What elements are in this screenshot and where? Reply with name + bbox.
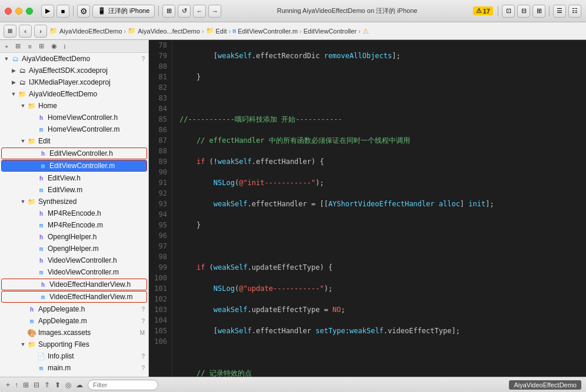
- nav-next[interactable]: ›: [34, 25, 47, 38]
- folder-icon-home: 📁: [27, 101, 36, 110]
- breadcrumb-project[interactable]: 📁 AiyaVideoEffectDemo: [49, 27, 122, 35]
- sidebar-item-editvc-m[interactable]: m EditViewController.m: [2, 160, 146, 171]
- disclosure-root: ▼: [2, 56, 11, 62]
- group-icon: 📁: [128, 27, 136, 35]
- bottom-add[interactable]: +: [5, 381, 11, 389]
- sidebar-item-aiyavideo-group[interactable]: ▼ 📁 AiyaVideoEffectDemo: [0, 88, 148, 100]
- sidebar-item-homevc-m[interactable]: m HomeViewController.m: [0, 123, 148, 135]
- run-button[interactable]: ▶: [41, 5, 54, 18]
- folder-icon-products: 📁: [18, 375, 27, 377]
- m-icon6: m: [36, 267, 46, 277]
- sidebar-item-home-folder[interactable]: ▼ 📁 Home: [0, 100, 148, 112]
- breadcrumb-bar: ⊞ ‹ › 📁 AiyaVideoEffectDemo › 📁 AiyaVide…: [0, 22, 586, 40]
- sidebar-hierarchy[interactable]: ⊞: [38, 42, 45, 50]
- sidebar-item-main-m[interactable]: m main.m ?: [0, 362, 148, 374]
- sidebar-search[interactable]: ◉: [50, 42, 58, 50]
- bottom-action[interactable]: ↑: [14, 381, 19, 389]
- sidebar-item-videoeffect-m[interactable]: m VideoEffectHandlerView.m: [2, 292, 146, 302]
- sidebar-sort[interactable]: ⊞: [14, 42, 22, 50]
- sidebar-item-videoeffect-h[interactable]: h VideoEffectHandlerView.h: [2, 279, 146, 290]
- code-content[interactable]: [weakSelf.effectRecordDic removeAllObjec…: [172, 40, 586, 377]
- sidebar-item-info-plist[interactable]: 📄 Info.plist ?: [0, 350, 148, 362]
- sidebar-item-editview-m[interactable]: m EditView.m: [0, 184, 148, 196]
- maximize-button[interactable]: [26, 8, 33, 15]
- device-icon: 📱: [98, 7, 106, 15]
- bottom-grid[interactable]: ⊟: [32, 381, 41, 389]
- disclosure-home: ▼: [19, 103, 27, 109]
- h-icon4: h: [36, 209, 46, 218]
- disclosure-synth: ▼: [19, 199, 27, 205]
- breadcrumb: 📁 AiyaVideoEffectDemo › 📁 AiyaVideo...fe…: [49, 27, 582, 35]
- bottom-layout[interactable]: ⊞: [22, 381, 30, 389]
- h-icon7: h: [38, 280, 48, 289]
- sidebar-item-synthesized-folder[interactable]: ▼ 📁 Synthesized: [0, 196, 148, 207]
- sidebar-item-ijkmedia[interactable]: ▶ 🗂 IJKMediaPlayer.xcodeproj: [0, 76, 148, 88]
- panel-toggle-2[interactable]: ☷: [568, 5, 581, 18]
- sidebar-item-videovc-h[interactable]: h VideoViewController.h: [0, 254, 148, 266]
- device-selector[interactable]: 📱 汪洋的 iPhone: [92, 5, 155, 18]
- sidebar-item-openglhelper-m[interactable]: m OpenglHelper.m: [0, 243, 148, 254]
- sidebar-item-edit-folder[interactable]: ▼ 📁 Edit: [0, 135, 148, 147]
- bottom-cloud[interactable]: ☁: [75, 381, 84, 389]
- h-icon5: h: [36, 232, 46, 242]
- sidebar-item-images[interactable]: 🎨 Images.xcassets M: [0, 327, 148, 339]
- breadcrumb-symbol[interactable]: EditViewController: [304, 28, 357, 35]
- toolbar-icon-2[interactable]: ↺: [178, 5, 191, 18]
- sidebar-item-homevc-h[interactable]: h HomeViewController.h: [0, 112, 148, 123]
- folder-icon-supporting: 📁: [27, 340, 36, 349]
- m-icon5: m: [36, 244, 46, 253]
- minimize-button[interactable]: [15, 8, 22, 15]
- disclosure-edit: ▼: [19, 138, 27, 144]
- sidebar-filter[interactable]: ≡: [26, 43, 32, 50]
- sidebar-item-editvc-h[interactable]: h EditViewController.h: [2, 148, 146, 159]
- sidebar-item-editview-h[interactable]: h EditView.h: [0, 172, 148, 184]
- nav-back[interactable]: ⊞: [4, 25, 16, 38]
- h-icon3: h: [36, 173, 46, 183]
- toolbar-icon-4[interactable]: →: [208, 5, 221, 18]
- m-icon3: m: [36, 185, 46, 195]
- bottom-upload[interactable]: ⬆: [54, 381, 62, 389]
- breadcrumb-edit[interactable]: 📁 Edit: [206, 27, 227, 35]
- view-toggle-2[interactable]: ⊟: [517, 5, 530, 18]
- code-editor[interactable]: 78 79 80 81 82 83 84 85 86 87 88 89 90 9…: [149, 40, 586, 377]
- sidebar-item-appdelegate-h[interactable]: h AppDelegate.h ?: [0, 303, 148, 315]
- breadcrumb-file[interactable]: m EditViewController.m: [232, 28, 298, 35]
- close-button[interactable]: [5, 8, 12, 15]
- root-label: AiyaVideoEffectDemo: [22, 55, 90, 63]
- warning-badge[interactable]: ⚠ 17: [473, 6, 493, 15]
- sidebar-item-root[interactable]: ▼ 🗂 AiyaVideoEffectDemo ?: [0, 53, 148, 65]
- filter-input[interactable]: [88, 380, 158, 390]
- sidebar-header: + ⊞ ≡ ⊞ ◉ i: [0, 40, 148, 53]
- plist-icon: 📄: [36, 351, 46, 361]
- sidebar-item-mp4reencode-m[interactable]: m MP4ReEncode.m: [0, 219, 148, 231]
- sidebar-item-products-folder[interactable]: ▼ 📁 Products: [0, 374, 148, 377]
- toolbar-icon-1[interactable]: ⊞: [162, 5, 175, 18]
- sidebar-item-openglhelper-h[interactable]: h OpenglHelper.h: [0, 231, 148, 243]
- breadcrumb-warning[interactable]: ⚠: [362, 27, 369, 35]
- breadcrumb-group[interactable]: 📁 AiyaVideo...fectDemo: [128, 27, 200, 35]
- stop-button[interactable]: ■: [56, 5, 69, 18]
- bottom-location[interactable]: ◎: [64, 381, 72, 389]
- sidebar-info[interactable]: i: [63, 43, 66, 50]
- separator4: [549, 6, 550, 16]
- disclosure-sdk: ▶: [9, 68, 18, 73]
- panel-toggle-1[interactable]: ☰: [553, 5, 566, 18]
- view-toggle-1[interactable]: ⊡: [502, 5, 515, 18]
- toolbar-icon-3[interactable]: ←: [193, 5, 206, 18]
- sidebar-item-aiyaeffectsdk[interactable]: ▶ 🗂 AiyaEffectSDK.xcodeproj: [0, 65, 148, 76]
- code-scroll[interactable]: 78 79 80 81 82 83 84 85 86 87 88 89 90 9…: [149, 40, 586, 377]
- sidebar-item-mp4reencode-h[interactable]: h MP4ReEncode.h: [0, 207, 148, 219]
- sidebar-item-appdelegate-m[interactable]: m AppDelegate.m ?: [0, 315, 148, 327]
- traffic-lights: [5, 8, 33, 15]
- sidebar-item-videovc-m[interactable]: m VideoViewController.m: [0, 266, 148, 278]
- sidebar-add[interactable]: +: [4, 43, 9, 50]
- sidebar-item-supporting-folder[interactable]: ▼ 📁 Supporting Files: [0, 339, 148, 350]
- bottom-share[interactable]: ⇑: [43, 381, 51, 389]
- main-layout: + ⊞ ≡ ⊞ ◉ i ▼ 🗂 AiyaVideoEffectDemo ? ▶ …: [0, 40, 586, 377]
- m-icon9: m: [36, 363, 46, 373]
- scheme-icon[interactable]: ⚙: [77, 5, 90, 18]
- bottom-bar: + ↑ ⊞ ⊟ ⇑ ⬆ ◎ ☁ AiyaVideoEffectDemo: [0, 377, 586, 392]
- nav-prev[interactable]: ‹: [19, 25, 32, 38]
- view-toggle-3[interactable]: ⊞: [532, 5, 545, 18]
- disclosure-group: ▼: [9, 91, 18, 97]
